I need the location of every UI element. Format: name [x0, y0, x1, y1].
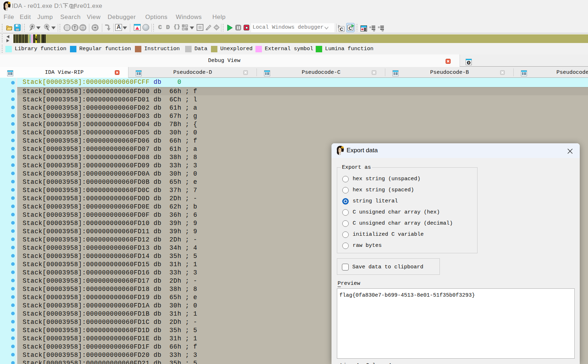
svg-text:C: C: [340, 27, 343, 32]
svg-text:0: 0: [468, 61, 470, 64]
svg-text:xxx: xxx: [81, 27, 84, 29]
